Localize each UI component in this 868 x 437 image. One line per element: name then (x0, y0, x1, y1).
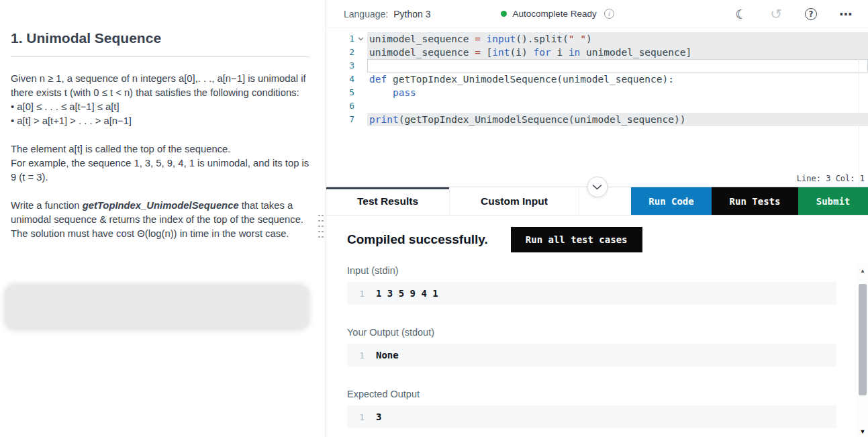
action-buttons: Run Code Run Tests Submit (631, 187, 868, 215)
top-definition: The element a[t] is called the top of th… (11, 142, 309, 156)
output-line-number: 1 (355, 412, 365, 422)
constraint-bullet-2: • a[t] > a[t+1] > . . . > a[n−1] (11, 114, 309, 128)
problem-title: 1. Unimodal Sequence (11, 30, 309, 47)
scroll-down-button[interactable]: ▼ (857, 428, 868, 436)
compile-row: Compiled successfully. Run all test case… (326, 215, 868, 264)
help-icon[interactable]: ? (804, 7, 818, 21)
task-paragraph: Write a function getTopIndex_UnimodelSeq… (11, 199, 309, 241)
code-line[interactable]: 7print(getTopIndex_UnimodelSequence(unim… (326, 113, 868, 126)
editor-panel: Language: Python 3 Autocomplete Ready i … (326, 0, 868, 437)
editor-scroll-edge (859, 32, 859, 187)
more-options-icon[interactable]: ⋯ (838, 7, 853, 21)
result-sections: Input (stdin)11 3 5 9 4 1Your Output (st… (347, 265, 836, 428)
fold-spacer (354, 113, 367, 126)
output-content: 3 (376, 411, 381, 422)
placeholder-block (5, 285, 309, 330)
code-editor[interactable]: 1unimodel_sequence = input().split(" ")2… (326, 28, 868, 171)
result-section: Expected Output13 (347, 389, 836, 428)
fold-spacer (354, 46, 367, 59)
app-root: 1. Unimodal Sequence Given n ≥ 1, a sequ… (0, 0, 868, 437)
section-label: Input (stdin) (347, 265, 836, 276)
fold-spacer (354, 99, 367, 113)
dark-mode-icon[interactable]: ☾ (734, 7, 749, 21)
fold-chevron-icon[interactable] (354, 32, 367, 46)
results-scrollbar[interactable]: ▲ ▼ (857, 264, 868, 437)
scroll-up-button[interactable]: ▲ (857, 267, 868, 275)
problem-description: Given n ≥ 1, a sequence of n integers a[… (11, 72, 309, 241)
panel-resize-handle[interactable] (317, 212, 324, 240)
problem-panel: 1. Unimodal Sequence Given n ≥ 1, a sequ… (0, 0, 326, 437)
task-text-before: Write a function (11, 200, 83, 211)
result-section: Input (stdin)11 3 5 9 4 1 (347, 265, 836, 305)
fold-spacer (354, 59, 367, 72)
status-dot-icon (501, 11, 507, 17)
toolbar-icons: ☾ ↺ ? ⋯ (734, 7, 853, 21)
code-content: def getTopIndex_UnimodelSequence(unimode… (367, 72, 868, 86)
section-label: Your Output (stdout) (347, 327, 836, 338)
constraint-bullet-1: • a[0] ≤ . . . ≤ a[t−1] ≤ a[t] (11, 100, 309, 114)
line-number: 4 (326, 72, 354, 86)
code-content: pass (367, 86, 868, 99)
output-block: 13 (347, 405, 836, 428)
code-content: unimodel_sequence = input().split(" ") (367, 32, 868, 46)
autocomplete-status: Autocomplete Ready i (501, 9, 614, 19)
submit-button[interactable]: Submit (798, 187, 868, 215)
compile-status: Compiled successfully. (347, 232, 488, 247)
output-content: 1 3 5 9 4 1 (376, 288, 438, 299)
tab-custom-input[interactable]: Custom Input (450, 187, 579, 215)
tab-test-results[interactable]: Test Results (326, 187, 450, 215)
chevron-down-icon (593, 185, 602, 190)
output-block: 11 3 5 9 4 1 (347, 282, 836, 305)
line-number: 6 (326, 99, 354, 113)
code-line[interactable]: 6 (326, 99, 868, 113)
language-label: Language: (344, 9, 388, 19)
editor-toolbar: Language: Python 3 Autocomplete Ready i … (326, 0, 868, 28)
test-results-panel: Input (stdin)11 3 5 9 4 1Your Output (st… (326, 264, 868, 437)
info-icon[interactable]: i (604, 9, 614, 19)
fold-spacer (354, 72, 367, 86)
output-content: None (376, 350, 399, 360)
cursor-position: Line: 3 Col: 1 (797, 174, 865, 183)
scroll-thumb[interactable] (859, 284, 867, 395)
language-selector[interactable]: Python 3 (393, 9, 430, 19)
line-number: 7 (326, 113, 354, 126)
run-all-tests-button[interactable]: Run all test cases (511, 227, 642, 252)
results-tabbar: Test Results Custom Input Run Code Run T… (326, 187, 868, 215)
code-line[interactable]: 5 pass (326, 86, 868, 99)
code-content: unimodel_sequence = [int(i) for i in uni… (367, 46, 868, 59)
output-line-number: 1 (355, 289, 365, 299)
fold-spacer (354, 86, 367, 99)
code-line[interactable]: 2unimodel_sequence = [int(i) for i in un… (326, 46, 868, 59)
code-line[interactable]: 4def getTopIndex_UnimodelSequence(unimod… (326, 72, 868, 86)
question-mark-icon: ? (805, 8, 817, 20)
line-number: 3 (326, 59, 354, 72)
autocomplete-status-text: Autocomplete Ready (512, 9, 596, 19)
code-content (367, 99, 868, 113)
code-line[interactable]: 1unimodel_sequence = input().split(" ") (326, 32, 868, 46)
example-text: For example, the sequence 1, 3, 5, 9, 4,… (11, 156, 309, 185)
problem-intro: Given n ≥ 1, a sequence of n integers a[… (11, 72, 309, 100)
line-number: 5 (326, 86, 354, 99)
line-number: 1 (326, 32, 354, 46)
result-section: Your Output (stdout)1None (347, 327, 836, 367)
collapse-editor-button[interactable] (587, 177, 608, 197)
line-number: 2 (326, 46, 354, 59)
section-label: Expected Output (347, 389, 836, 399)
output-line-number: 1 (355, 350, 365, 360)
code-line[interactable]: 3 (326, 59, 868, 72)
run-tests-button[interactable]: Run Tests (712, 187, 798, 215)
code-content (367, 59, 868, 72)
run-code-button[interactable]: Run Code (631, 187, 712, 215)
history-icon[interactable]: ↺ (769, 7, 783, 21)
code-content: print(getTopIndex_UnimodelSequence(unimo… (367, 113, 868, 126)
title-divider (11, 56, 309, 57)
function-name: getTopIndex_UnimodelSequence (83, 200, 239, 211)
output-block: 1None (347, 344, 836, 367)
